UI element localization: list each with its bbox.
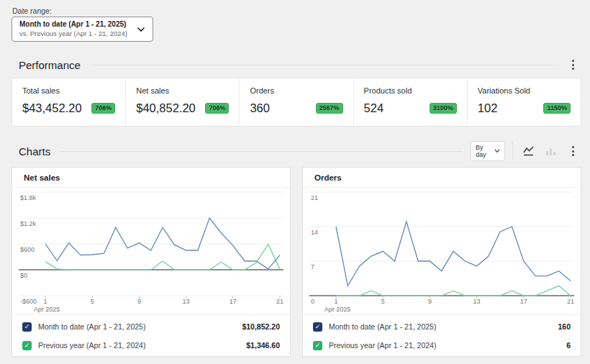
legend-total: $1,346.60 (246, 341, 280, 350)
divider (91, 65, 559, 65)
svg-text:$1.2k: $1.2k (20, 220, 37, 227)
divider (60, 151, 462, 152)
stat-net-sales[interactable]: Net sales $40,852.20 706% (125, 78, 239, 126)
date-range-select[interactable]: Month to date (Apr 1 - 21, 2025) vs. Pre… (12, 17, 153, 42)
legend-toggle-current-period[interactable]: ✓ Month to date (Apr 1 - 21, 2025) $10,8… (12, 317, 290, 336)
svg-text:21: 21 (311, 194, 318, 201)
svg-text:21: 21 (276, 298, 283, 305)
date-range-text: Month to date (Apr 1 - 21, 2025) vs. Pre… (19, 20, 127, 37)
stat-products-sold[interactable]: Products sold 524 3100% (353, 78, 467, 126)
bar-chart-icon[interactable] (543, 143, 559, 159)
stat-value: 524 (364, 101, 384, 115)
legend-label: Previous year (Apr 1 - 21, 2024) (38, 341, 145, 350)
svg-text:14: 14 (311, 229, 318, 236)
chart-legend: ✓ Month to date (Apr 1 - 21, 2025) $10,8… (12, 314, 290, 355)
interval-select-value: By day (476, 144, 494, 158)
stat-orders[interactable]: Orders 360 2567% (239, 78, 353, 126)
chart-title: Orders (303, 168, 581, 188)
svg-text:13: 13 (473, 298, 481, 305)
kebab-menu-icon[interactable] (568, 57, 578, 73)
charts-title: Charts (19, 145, 50, 158)
stat-label: Products sold (364, 86, 457, 95)
legend-label: Month to date (Apr 1 - 21, 2025) (329, 322, 436, 331)
stat-value: 102 (478, 101, 498, 115)
checkbox-checked-icon: ✓ (313, 322, 322, 332)
legend-total: 160 (558, 322, 571, 331)
net-sales-chart-card: Net sales $1.8k$1.2k$600$0-$600159131721… (12, 167, 291, 357)
legend-toggle-previous-period[interactable]: ✓ Previous year (Apr 1 - 21, 2024) 6 (303, 336, 581, 355)
charts-section-header: Charts By day (12, 143, 578, 159)
svg-text:9: 9 (428, 298, 432, 305)
performance-title: Performance (19, 59, 81, 71)
orders-line-chart[interactable]: 211470159131721Apr 2025 (309, 188, 574, 314)
legend-total: 6 (566, 341, 571, 350)
divider (512, 142, 513, 160)
stat-label: Total sales (22, 86, 115, 95)
svg-text:13: 13 (183, 298, 190, 305)
chevron-down-icon (137, 27, 145, 32)
charts-controls: By day (471, 141, 578, 161)
interval-select[interactable]: By day (471, 141, 505, 161)
svg-text:17: 17 (520, 298, 527, 305)
svg-text:Apr 2025: Apr 2025 (324, 306, 351, 313)
line-chart-icon[interactable] (520, 143, 537, 159)
legend-toggle-current-period[interactable]: ✓ Month to date (Apr 1 - 21, 2025) 160 (303, 317, 581, 336)
svg-text:$1.8k: $1.8k (20, 194, 37, 201)
svg-text:-$600: -$600 (20, 298, 37, 305)
svg-text:$0: $0 (20, 272, 27, 279)
svg-text:1: 1 (43, 298, 47, 305)
chart-legend: ✓ Month to date (Apr 1 - 21, 2025) 160 ✓… (303, 314, 581, 355)
kebab-menu-icon[interactable] (568, 143, 578, 159)
stat-change-badge: 1150% (543, 103, 571, 114)
svg-text:$600: $600 (20, 246, 35, 253)
stat-total-sales[interactable]: Total sales $43,452.20 706% (12, 78, 125, 126)
svg-text:5: 5 (91, 298, 94, 305)
stat-value: $40,852.20 (136, 101, 196, 115)
svg-text:Apr 2025: Apr 2025 (34, 306, 60, 313)
stat-change-badge: 3100% (430, 103, 457, 114)
date-range-secondary: vs. Previous year (Apr 1 - 21, 2024) (19, 29, 127, 38)
legend-total: $10,852.20 (242, 322, 280, 331)
svg-text:17: 17 (230, 298, 237, 305)
legend-label: Previous year (Apr 1 - 21, 2024) (329, 341, 436, 350)
stat-value: 360 (250, 101, 270, 115)
stat-variations-sold[interactable]: Variations Sold 102 1150% (467, 78, 581, 126)
performance-section-header: Performance (12, 57, 578, 73)
svg-text:0: 0 (311, 298, 314, 305)
svg-text:7: 7 (311, 263, 314, 270)
stat-value: $43,452.20 (22, 101, 82, 115)
svg-text:1: 1 (334, 298, 337, 305)
stat-label: Net sales (136, 86, 229, 95)
checkbox-checked-icon: ✓ (22, 322, 32, 332)
stat-change-badge: 2567% (316, 103, 343, 114)
svg-text:21: 21 (567, 298, 574, 305)
date-range-label: Date range: (12, 6, 52, 15)
stat-label: Variations Sold (478, 86, 571, 95)
date-range-primary: Month to date (Apr 1 - 21, 2025) (19, 20, 127, 29)
svg-text:5: 5 (381, 298, 385, 305)
chevron-down-icon (494, 147, 500, 155)
performance-stats-strip: Total sales $43,452.20 706% Net sales $4… (12, 78, 581, 127)
chart-title: Net sales (12, 168, 290, 188)
analytics-dashboard: Date range: Month to date (Apr 1 - 21, 2… (0, 0, 590, 364)
stat-change-badge: 706% (205, 103, 229, 114)
checkbox-checked-icon: ✓ (313, 341, 322, 350)
svg-text:9: 9 (137, 298, 141, 305)
net-sales-line-chart[interactable]: $1.8k$1.2k$600$0-$600159131721Apr 2025 (19, 188, 283, 314)
stat-change-badge: 706% (91, 103, 115, 114)
legend-toggle-previous-period[interactable]: ✓ Previous year (Apr 1 - 21, 2024) $1,34… (12, 336, 290, 355)
legend-label: Month to date (Apr 1 - 21, 2025) (38, 322, 145, 331)
stat-label: Orders (250, 86, 342, 95)
checkbox-checked-icon: ✓ (22, 341, 32, 350)
orders-chart-card: Orders 211470159131721Apr 2025 ✓ Month t… (302, 167, 581, 357)
